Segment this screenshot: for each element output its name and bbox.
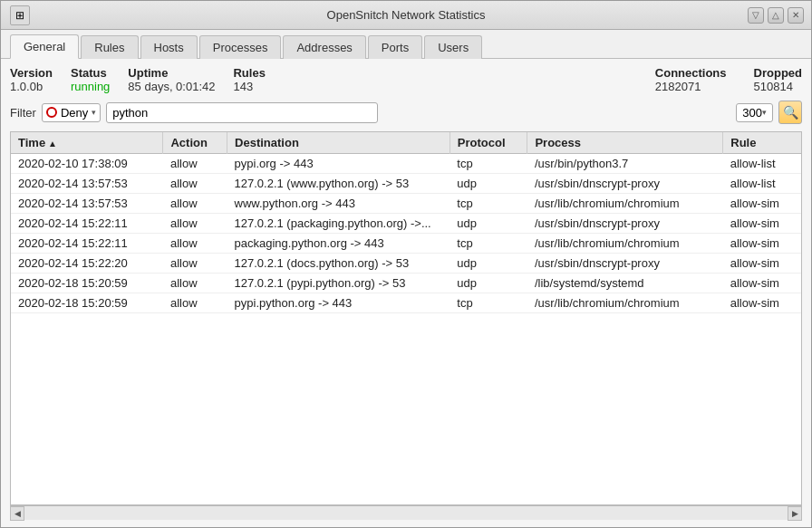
cell-destination: 127.0.2.1 (pypi.python.org) -> 53 [227,274,450,293]
col-header-process[interactable]: Process [527,132,723,154]
cell-destination: pypi.python.org -> 443 [227,293,450,313]
stat-rules: Rules 143 [233,66,265,93]
page-size-value: 300 [742,106,762,120]
filter-label: Filter [10,106,36,120]
stat-uptime: Uptime 85 days, 0:01:42 [128,66,215,93]
uptime-value: 85 days, 0:01:42 [128,80,215,93]
cell-protocol: udp [450,274,527,293]
stat-group-right: Connections 2182071 Dropped 510814 [655,66,802,93]
version-value: 1.0.0b [10,80,53,93]
rules-value: 143 [233,80,265,93]
cell-rule: allow-sim [723,293,801,313]
cell-rule: allow-list [723,174,801,194]
table-row: 2020-02-18 15:20:59allowpypi.python.org … [11,293,801,313]
col-header-destination[interactable]: Destination [227,132,450,154]
dropped-value: 510814 [754,80,802,93]
tab-general[interactable]: General [10,34,79,59]
cell-destination: packaging.python.org -> 443 [227,234,450,254]
col-header-protocol[interactable]: Protocol [450,132,527,154]
cell-protocol: udp [450,254,527,274]
table-row: 2020-02-14 15:22:11allow127.0.2.1 (packa… [11,214,801,234]
table-row: 2020-02-14 13:57:53allowwww.python.org -… [11,194,801,214]
scroll-left-button[interactable]: ◀ [10,506,24,521]
cell-destination: www.python.org -> 443 [227,194,450,214]
close-button[interactable]: ✕ [788,7,804,24]
maximize-button[interactable]: △ [768,7,784,24]
cell-destination: 127.0.2.1 (docs.python.org) -> 53 [227,254,450,274]
cell-rule: allow-sim [723,214,801,234]
connections-value: 2182071 [655,80,727,93]
tab-rules[interactable]: Rules [81,35,138,59]
stat-version: Version 1.0.0b [10,66,53,93]
cell-action: allow [163,214,227,234]
cell-process: /lib/systemd/systemd [527,274,723,293]
stat-dropped: Dropped 510814 [754,66,802,93]
cell-process: /usr/lib/chromium/chromium [527,194,723,214]
window-title: OpenSnitch Network Statistics [327,8,486,22]
cell-protocol: tcp [450,154,527,174]
cell-time: 2020-02-18 15:20:59 [11,274,163,293]
status-value: running [71,80,110,93]
col-header-rule[interactable]: Rule [723,132,801,154]
cell-action: allow [163,293,227,313]
cell-rule: allow-sim [723,234,801,254]
chevron-down-icon: ▾ [92,108,96,117]
table-row: 2020-02-18 15:20:59allow127.0.2.1 (pypi.… [11,274,801,293]
filter-input[interactable] [106,102,378,123]
stat-connections: Connections 2182071 [655,66,727,93]
cell-protocol: udp [450,214,527,234]
cell-time: 2020-02-14 15:22:11 [11,234,163,254]
cell-process: /usr/lib/chromium/chromium [527,234,723,254]
cell-time: 2020-02-14 13:57:53 [11,194,163,214]
deny-circle-icon [46,107,57,118]
filter-row: Filter Deny ▾ 300 ▾ 🔍 [10,101,802,124]
uptime-label: Uptime [128,66,215,80]
table-row: 2020-02-14 15:22:20allow127.0.2.1 (docs.… [11,254,801,274]
main-content: Version 1.0.0b Status running Uptime 85 … [1,59,811,527]
titlebar: ⊞ OpenSnitch Network Statistics ▽ △ ✕ [1,1,811,30]
filter-deny-dropdown[interactable]: Deny ▾ [42,103,101,122]
cell-rule: allow-sim [723,254,801,274]
tab-hosts[interactable]: Hosts [140,35,198,59]
cell-protocol: tcp [450,234,527,254]
cell-process: /usr/bin/python3.7 [527,154,723,174]
clear-button[interactable]: 🔍 [778,101,802,124]
cell-action: allow [163,274,227,293]
app-icon: ⊞ [10,5,30,25]
scroll-right-button[interactable]: ▶ [788,506,802,521]
tabs-bar: General Rules Hosts Processes Addresses … [1,30,811,59]
page-size-dropdown[interactable]: 300 ▾ [736,103,773,122]
table-row: 2020-02-10 17:38:09allowpypi.org -> 443t… [11,154,801,174]
main-window: ⊞ OpenSnitch Network Statistics ▽ △ ✕ Ge… [0,0,812,528]
col-header-action[interactable]: Action [163,132,227,154]
tab-ports[interactable]: Ports [368,35,422,59]
cell-process: /usr/lib/chromium/chromium [527,293,723,313]
cell-process: /usr/sbin/dnscrypt-proxy [527,174,723,194]
deny-label: Deny [61,106,88,120]
dropped-label: Dropped [754,66,802,80]
tab-addresses[interactable]: Addresses [283,35,365,59]
cell-action: allow [163,234,227,254]
cell-time: 2020-02-14 15:22:20 [11,254,163,274]
table-row: 2020-02-14 15:22:11allowpackaging.python… [11,234,801,254]
scroll-track[interactable] [24,506,788,520]
version-label: Version [10,66,53,80]
cell-destination: 127.0.2.1 (www.python.org) -> 53 [227,174,450,194]
cell-time: 2020-02-14 13:57:53 [11,174,163,194]
data-table: Time Action Destination Protocol Process… [11,132,801,313]
cell-protocol: tcp [450,293,527,313]
status-label: Status [71,66,110,80]
col-header-time[interactable]: Time [11,132,163,154]
cell-time: 2020-02-10 17:38:09 [11,154,163,174]
cell-time: 2020-02-14 15:22:11 [11,214,163,234]
horizontal-scrollbar[interactable]: ◀ ▶ [10,505,802,520]
cell-action: allow [163,154,227,174]
tab-processes[interactable]: Processes [199,35,282,59]
stat-status: Status running [71,66,110,93]
window-controls: ▽ △ ✕ [748,7,804,24]
rules-label: Rules [233,66,265,80]
cell-process: /usr/sbin/dnscrypt-proxy [527,254,723,274]
tab-users[interactable]: Users [424,35,482,59]
minimize-button[interactable]: ▽ [748,7,764,24]
cell-action: allow [163,194,227,214]
